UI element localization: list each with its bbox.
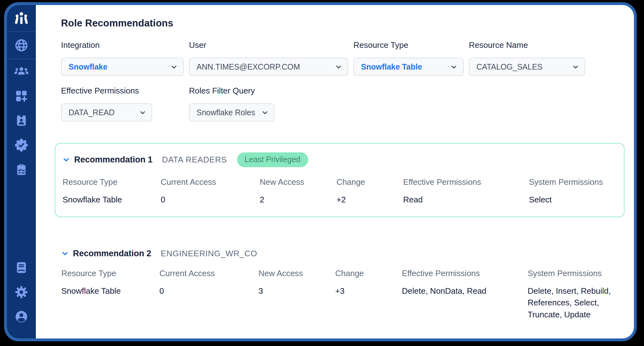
- recommendation-section-2: Recommendation 2 ENGINEERING_WR_CO Resou…: [61, 249, 634, 321]
- roles-query-label: Roles Filter Query: [189, 86, 348, 96]
- filter-row-2: Effective Permissions DATA_READ Roles Fi…: [61, 86, 634, 122]
- cell-new-access: 3: [258, 285, 335, 321]
- expand-chevron-icon[interactable]: [61, 250, 69, 257]
- cell-change: +2: [336, 194, 403, 206]
- sidebar-item-apps-add[interactable]: [7, 84, 36, 108]
- column-header: Current Access: [161, 177, 260, 187]
- filter-resource-type: Resource Type Snowflake Table: [353, 40, 464, 76]
- sidebar-item-team[interactable]: [7, 59, 36, 84]
- resource-type-value: Snowflake Table: [361, 62, 422, 71]
- account-icon: [14, 309, 29, 324]
- sidebar-item-verified[interactable]: [7, 133, 36, 157]
- resource-name-label: Resource Name: [469, 40, 585, 50]
- column-header: Resource Type: [61, 269, 159, 278]
- recommendation-1-role: DATA READERS: [162, 155, 227, 165]
- column-header: Change: [335, 269, 402, 278]
- column-header: New Access: [258, 269, 335, 278]
- page-title: Role Recommendations: [61, 18, 634, 29]
- least-privileged-badge: Least Privileged: [237, 152, 308, 167]
- chevron-down-icon: [262, 109, 268, 116]
- verified-badge-icon: [14, 138, 29, 152]
- filter-user: User ANN.TIMES@EXCORP.COM: [189, 40, 348, 76]
- cell-resource-type: Snowflake Table: [63, 194, 161, 206]
- user-value: ANN.TIMES@EXCORP.COM: [197, 62, 300, 71]
- sidebar-item-clipboard[interactable]: [7, 157, 36, 182]
- filter-integration: Integration Snowflake: [61, 40, 184, 76]
- book-icon: [14, 261, 28, 275]
- column-header: Effective Permissions: [403, 177, 529, 187]
- chevron-down-icon: [451, 64, 457, 70]
- cell-system-permissions: Select: [529, 194, 626, 206]
- effective-permissions-label: Effective Permissions: [61, 86, 184, 96]
- chevron-down-icon: [171, 64, 177, 70]
- resource-name-value: CATALOG_SALES: [476, 62, 542, 71]
- resource-type-select[interactable]: Snowflake Table: [353, 58, 464, 76]
- column-header: System Permissions: [529, 177, 626, 187]
- filter-resource-name: Resource Name CATALOG_SALES: [469, 40, 585, 76]
- app-window: Role Recommendations Integration Snowfla…: [4, 2, 637, 341]
- chevron-down-icon: [139, 109, 146, 116]
- sidebar-item-docs[interactable]: [14, 255, 29, 280]
- cell-effective-permissions: Read: [403, 194, 529, 206]
- cell-current-access: 0: [161, 194, 260, 206]
- recommendation-1-title: Recommendation 1: [74, 155, 153, 165]
- clipboard-check-icon: [15, 163, 28, 176]
- sidebar: [7, 5, 36, 338]
- resource-type-label: Resource Type: [353, 40, 464, 50]
- integration-label: Integration: [61, 40, 184, 50]
- column-header: Effective Permissions: [402, 269, 528, 278]
- globe-icon: [14, 38, 29, 53]
- recommendation-2-header: Recommendation 2 ENGINEERING_WR_CO: [61, 249, 634, 258]
- recommendation-1-header: Recommendation 1 DATA READERS Least Priv…: [63, 152, 624, 167]
- cell-effective-permissions: Delete, NonData, Read: [402, 285, 528, 321]
- resource-name-select[interactable]: CATALOG_SALES: [469, 58, 585, 76]
- filter-effective-permissions: Effective Permissions DATA_READ: [61, 86, 184, 122]
- column-header: Resource Type: [63, 177, 161, 187]
- roles-query-select[interactable]: Snowflake Roles: [189, 103, 275, 122]
- integration-select[interactable]: Snowflake: [61, 58, 184, 76]
- team-icon: [14, 64, 29, 79]
- column-header: Current Access: [159, 269, 258, 278]
- column-header: System Permissions: [528, 269, 625, 278]
- three-people-crown-logo-icon: [13, 11, 30, 27]
- apps-add-icon: [14, 89, 28, 103]
- chevron-down-icon: [335, 64, 342, 70]
- recommendation-2-title: Recommendation 2: [73, 249, 151, 258]
- app-logo[interactable]: [13, 5, 30, 31]
- recommendation-2-role: ENGINEERING_WR_CO: [161, 249, 257, 258]
- settings-gear-icon: [14, 285, 28, 299]
- filter-row-1: Integration Snowflake User ANN.TIMES@EXC…: [61, 40, 634, 76]
- effective-permissions-value: DATA_READ: [69, 108, 114, 117]
- filter-roles-query: Roles Filter Query Snowflake Roles: [189, 86, 348, 122]
- sidebar-item-settings[interactable]: [14, 280, 29, 304]
- sidebar-item-globe[interactable]: [7, 31, 36, 59]
- user-label: User: [189, 40, 348, 50]
- id-badge-icon: [15, 114, 28, 127]
- column-header: New Access: [260, 177, 336, 187]
- sidebar-item-account[interactable]: [14, 304, 29, 329]
- integration-value: Snowflake: [69, 62, 108, 71]
- expand-chevron-icon[interactable]: [63, 156, 70, 163]
- chevron-down-icon: [572, 64, 579, 70]
- cell-system-permissions: Delete, Insert, Rebuild, References, Sel…: [528, 285, 625, 321]
- cell-new-access: 2: [260, 194, 336, 206]
- cell-current-access: 0: [159, 285, 258, 321]
- recommendation-1-table: Resource Type Current Access New Access …: [63, 177, 624, 206]
- roles-query-value: Snowflake Roles: [197, 108, 255, 117]
- recommendation-card-1: Recommendation 1 DATA READERS Least Priv…: [55, 143, 625, 217]
- cell-resource-type: Snowflake Table: [61, 285, 159, 321]
- sidebar-footer: [14, 252, 29, 338]
- sidebar-item-id-badge[interactable]: [7, 108, 36, 133]
- effective-permissions-select[interactable]: DATA_READ: [61, 103, 152, 122]
- cell-change: +3: [335, 285, 402, 321]
- column-header: Change: [336, 177, 403, 187]
- main-content: Role Recommendations Integration Snowfla…: [36, 5, 634, 338]
- user-select[interactable]: ANN.TIMES@EXCORP.COM: [189, 58, 348, 76]
- recommendation-2-table: Resource Type Current Access New Access …: [61, 269, 634, 321]
